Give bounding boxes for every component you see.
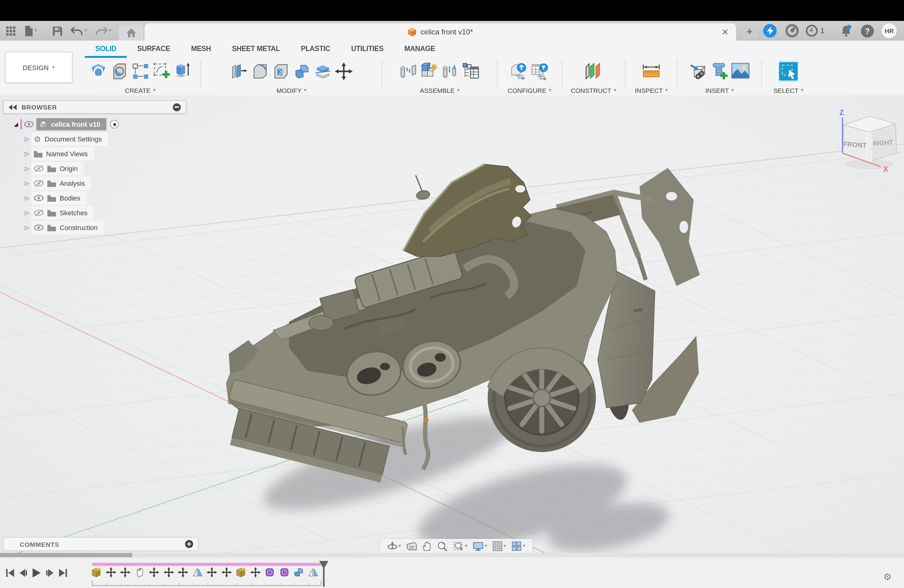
root-activate-radio[interactable] (110, 120, 119, 128)
feature-move[interactable] (163, 567, 174, 577)
extensions-icon[interactable] (763, 21, 777, 41)
zoom-tool-button[interactable] (437, 541, 448, 552)
group-assemble-dropdown[interactable]: ASSEMBLE▾ (382, 85, 497, 95)
tab-sheet-metal[interactable]: SHEET METAL (221, 41, 290, 58)
comments-panel[interactable]: COMMENTS (3, 537, 199, 551)
zoom-window-tool-button[interactable]: ▾ (453, 541, 467, 551)
visibility-off-icon[interactable] (34, 165, 44, 172)
help-icon[interactable]: ? (861, 21, 874, 41)
tab-surface[interactable]: SURFACE (127, 41, 180, 58)
grid-snap-button[interactable]: ▾ (493, 541, 506, 551)
insert-derive-button[interactable] (689, 62, 708, 81)
feature-move[interactable] (149, 567, 159, 577)
file-menu-button[interactable]: ▾ (25, 21, 37, 41)
go-to-start-button[interactable] (6, 569, 14, 577)
new-document-tab-button[interactable]: + (741, 25, 758, 40)
zoom-window-caret-icon[interactable]: ▾ (465, 544, 467, 548)
tab-utilities[interactable]: UTILITIES (341, 41, 394, 58)
create-extrude-button[interactable] (173, 62, 191, 81)
browser-item-analysis[interactable]: ▷ Analysis (3, 176, 186, 191)
modify-shell-button[interactable] (272, 62, 290, 81)
notifications-bell-icon[interactable] (840, 21, 852, 41)
expand-icon[interactable]: ▷ (23, 210, 32, 216)
modify-split-body-button[interactable] (314, 62, 332, 81)
undo-button[interactable]: ▾ (71, 21, 87, 41)
select-tool-button[interactable] (779, 61, 798, 82)
grid-caret-icon[interactable]: ▾ (504, 544, 506, 548)
assemble-joint-button[interactable] (399, 62, 417, 81)
feature-move[interactable] (120, 567, 130, 577)
expand-icon[interactable]: ▷ (23, 151, 32, 157)
step-forward-button[interactable] (46, 569, 54, 577)
workspace-selector[interactable]: DESIGN ▾ (5, 52, 73, 83)
feature-combine[interactable] (293, 567, 304, 577)
modify-move-button[interactable] (335, 62, 353, 81)
redo-caret-icon[interactable]: ▾ (109, 28, 111, 33)
document-tab[interactable]: celica front v10* ✕ (144, 24, 736, 41)
assemble-new-component-button[interactable] (420, 62, 438, 81)
tab-manage[interactable]: MANAGE (394, 41, 446, 58)
browser-item-bodies[interactable]: ▷ Bodies (3, 191, 186, 205)
avatar[interactable]: HR (882, 21, 897, 41)
timeline-group-band[interactable] (92, 563, 321, 566)
orbit-tool-button[interactable]: ▾ (387, 541, 401, 551)
feature-mirror[interactable] (308, 567, 318, 577)
go-to-end-button[interactable] (59, 569, 67, 577)
modify-press-pull-button[interactable] (230, 62, 248, 81)
browser-item-sketches[interactable]: ▷ Sketches (3, 205, 186, 220)
tab-plastic[interactable]: PLASTIC (290, 41, 341, 58)
feature-move[interactable] (250, 567, 261, 577)
inspect-measure-button[interactable] (642, 62, 661, 81)
expand-icon[interactable]: ▷ (23, 166, 32, 172)
step-back-button[interactable] (20, 569, 27, 577)
orbit-caret-icon[interactable]: ▾ (398, 544, 401, 548)
root-visibility-eye-icon[interactable] (24, 121, 34, 127)
browser-item-construction[interactable]: ▷ Construction (3, 220, 186, 235)
job-status-button[interactable]: 1 (806, 21, 824, 41)
group-modify-dropdown[interactable]: MODIFY▾ (201, 85, 382, 95)
view-cube[interactable]: FRONT RIGHT Z X (831, 107, 904, 177)
feature-move[interactable] (178, 567, 188, 577)
insert-fastener-button[interactable] (710, 62, 729, 81)
app-store-plugin-icon[interactable] (785, 21, 799, 41)
play-button[interactable] (33, 568, 41, 577)
viewports-caret-icon[interactable]: ▾ (523, 544, 525, 548)
group-construct-dropdown[interactable]: CONSTRUCT▾ (562, 85, 625, 95)
save-button[interactable] (53, 21, 62, 41)
visibility-off-icon[interactable] (34, 180, 44, 187)
tab-solid[interactable]: SOLID (85, 41, 127, 58)
feature-insert-mesh[interactable] (235, 567, 246, 577)
look-at-tool-button[interactable] (406, 542, 417, 550)
browser-collapse-icon[interactable] (9, 104, 17, 110)
redo-button[interactable]: ▾ (95, 21, 111, 41)
assemble-as-built-joint-button[interactable] (441, 62, 459, 81)
browser-minimize-icon[interactable] (173, 103, 181, 111)
viewports-button[interactable]: ▾ (512, 541, 525, 551)
create-form-button[interactable] (89, 62, 107, 81)
visibility-off-icon[interactable] (34, 209, 44, 217)
expand-icon[interactable]: ▷ (23, 136, 32, 142)
modify-combine-button[interactable] (293, 62, 311, 81)
comments-expand-icon[interactable] (185, 540, 193, 548)
configure-configuration-button[interactable] (510, 62, 528, 81)
home-view-button[interactable] (119, 25, 143, 41)
display-caret-icon[interactable]: ▾ (485, 544, 487, 548)
create-hole-button[interactable] (110, 62, 128, 81)
browser-item-named-views[interactable]: ▷ Named Views (3, 146, 186, 161)
expand-icon[interactable]: ▷ (23, 224, 32, 231)
timeline-settings-gear-icon[interactable]: ⚙ (883, 572, 892, 581)
modify-fillet-button[interactable] (251, 62, 269, 81)
expand-icon[interactable]: ▷ (23, 195, 32, 201)
feature-insert-mesh[interactable] (91, 567, 101, 577)
feature-mirror[interactable] (192, 567, 202, 577)
group-insert-dropdown[interactable]: INSERT▾ (678, 85, 761, 95)
app-launcher-grid-icon[interactable] (6, 21, 15, 41)
group-inspect-dropdown[interactable]: INSPECT▾ (626, 85, 677, 95)
feature-form[interactable] (264, 567, 275, 577)
car-hood-ornament[interactable] (416, 175, 430, 201)
timeline-playhead[interactable] (319, 561, 329, 587)
browser-item-origin[interactable]: ▷ Origin (3, 161, 186, 176)
display-settings-button[interactable]: ▾ (473, 542, 487, 551)
root-expand-icon[interactable]: ◢ (12, 121, 20, 127)
insert-canvas-button[interactable] (731, 62, 750, 81)
